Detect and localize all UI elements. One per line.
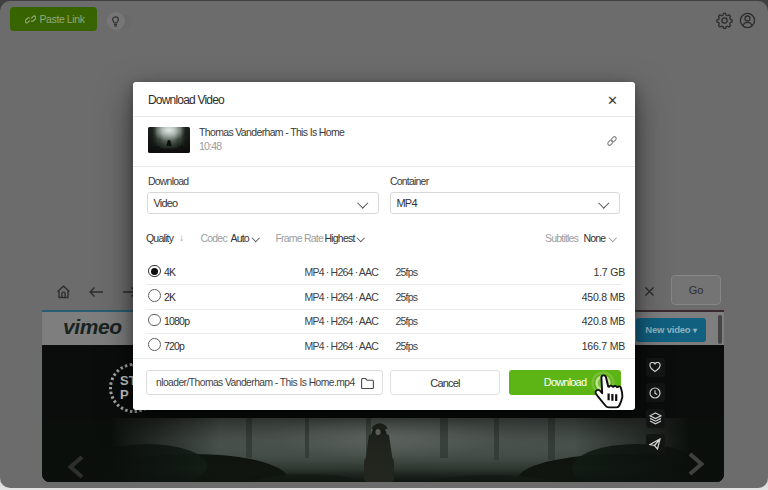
svg-text:P: P [120,387,129,402]
